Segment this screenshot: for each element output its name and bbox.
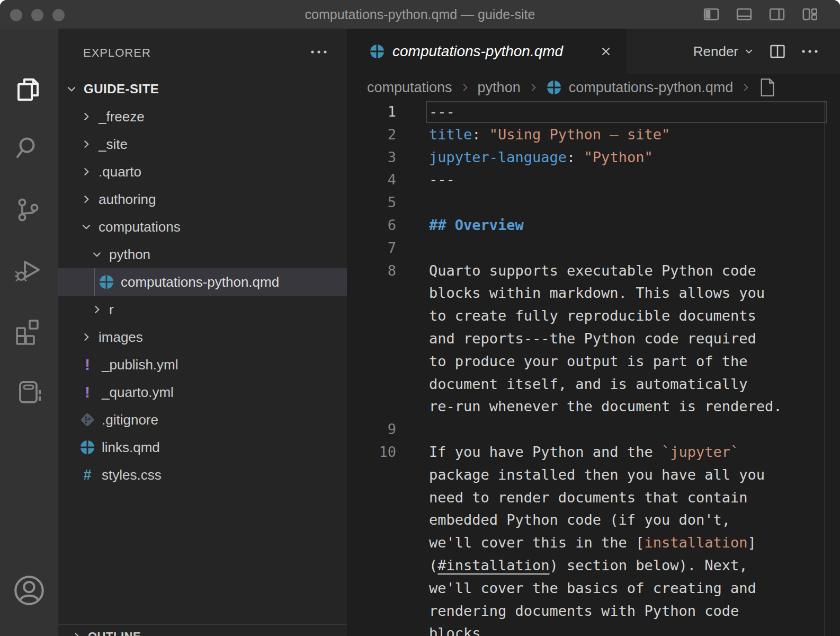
code-line-text: package installed then you have all you	[429, 464, 765, 487]
extensions-icon[interactable]	[13, 317, 43, 347]
tree-folder-computations[interactable]: computations	[58, 213, 347, 241]
chevron-right-icon	[79, 110, 93, 123]
code-line[interactable]: package installed then you have all you	[347, 464, 840, 487]
code-line[interactable]: embedded Python code (if you don't,	[347, 509, 840, 532]
breadcrumb-item[interactable]: computations	[367, 80, 452, 96]
code-line-text: title: "Using Python — site"	[429, 123, 670, 146]
notebook-icon[interactable]	[13, 377, 43, 407]
tree-item-label: r	[109, 302, 114, 318]
sidebar-header: EXPLORER	[58, 29, 347, 75]
line-number: 10	[347, 441, 396, 464]
code-line[interactable]: blocks within markdown. This allows you	[347, 282, 840, 305]
code-line[interactable]: 8Quarto supports executable Python code	[347, 260, 840, 282]
tree-item-label: _quarto.yml	[102, 384, 174, 401]
code-line-text: blocks within markdown. This allows you	[429, 282, 765, 305]
tree-folder--site[interactable]: _site	[58, 130, 347, 158]
code-line-text: If you have Python and the `jupyter`	[429, 441, 739, 464]
tab-bar: computations-python.qmd Render	[347, 29, 840, 74]
title-bar: computations-python.qmd — guide-site	[0, 0, 840, 29]
more-actions-icon[interactable]	[800, 42, 819, 60]
tree-folder--quarto[interactable]: .quarto	[58, 158, 347, 186]
run-debug-icon[interactable]	[13, 255, 43, 285]
code-line[interactable]: we'll cover this in the [installation]	[347, 532, 840, 554]
quarto-file-icon	[99, 274, 114, 290]
chevron-right-icon	[70, 630, 84, 636]
code-line[interactable]: 4---	[347, 169, 840, 191]
breadcrumbs: computationspythoncomputations-python.qm…	[347, 74, 840, 101]
activity-bar	[0, 29, 58, 636]
code-line-text: (#installation) section below). Next,	[429, 554, 747, 577]
breadcrumb-item[interactable]: computations-python.qmd	[569, 80, 734, 96]
code-line[interactable]: document itself, and is automatically	[347, 373, 840, 396]
tree-file--quarto-yml[interactable]: !_quarto.yml	[58, 378, 347, 406]
settings-gear-icon[interactable]	[13, 633, 43, 636]
source-control-icon[interactable]	[13, 195, 43, 225]
tree-item-label: styles.css	[102, 467, 162, 483]
code-line[interactable]: 7	[347, 237, 840, 260]
code-line[interactable]: 6## Overview	[347, 214, 840, 237]
outline-section[interactable]: OUTLINE	[58, 624, 347, 636]
files-icon[interactable]	[13, 75, 43, 104]
line-number: 4	[347, 169, 396, 191]
code-line[interactable]: 1---	[347, 101, 840, 123]
code-line[interactable]: we'll cover the basics of creating and	[347, 577, 840, 600]
tree-item-label: links.qmd	[102, 439, 160, 456]
tree-folder-authoring[interactable]: authoring	[58, 186, 347, 213]
close-icon[interactable]	[599, 45, 613, 58]
tree-item-label: _site	[99, 136, 128, 153]
code-line[interactable]: (#installation) section below). Next,	[347, 554, 840, 577]
code-line[interactable]: 5	[347, 191, 840, 214]
toggle-primary-sidebar-icon[interactable]	[702, 5, 720, 23]
search-icon[interactable]	[13, 133, 43, 163]
tree-folder-guide-site[interactable]: GUIDE-SITE	[58, 75, 347, 103]
tree-file-computations-python-qmd[interactable]: computations-python.qmd	[58, 268, 347, 296]
tree-folder-python[interactable]: python	[58, 241, 347, 268]
toggle-panel-icon[interactable]	[735, 5, 753, 23]
toggle-secondary-sidebar-icon[interactable]	[768, 5, 786, 23]
code-line-text: and reports---the Python code required	[429, 328, 756, 350]
more-actions-icon[interactable]	[308, 42, 329, 61]
tree-item-label: .quarto	[99, 164, 141, 180]
code-line[interactable]: 10If you have Python and the `jupyter`	[347, 441, 840, 464]
tree-item-label: computations-python.qmd	[121, 274, 279, 290]
breadcrumb-item[interactable]: python	[478, 80, 521, 96]
code-line[interactable]: and reports---the Python code required	[347, 328, 840, 350]
code-line[interactable]: to produce your output is part of the	[347, 350, 840, 373]
code-line[interactable]: rendering documents with Python code	[347, 600, 840, 623]
line-number: 1	[347, 101, 396, 123]
line-number: 3	[347, 146, 396, 169]
tree-file--gitignore[interactable]: .gitignore	[58, 406, 347, 434]
code-line-text: ## Overview	[429, 214, 524, 237]
code-line[interactable]: need to render documents that contain	[347, 487, 840, 509]
code-line[interactable]: 3jupyter-language: "Python"	[347, 146, 840, 169]
tree-folder--freeze[interactable]: _freeze	[58, 103, 347, 130]
chevron-right-icon	[79, 330, 93, 344]
chevron-down-icon	[90, 248, 104, 261]
tree-folder-images[interactable]: images	[58, 323, 347, 351]
customize-layout-icon[interactable]	[801, 5, 819, 23]
code-line-text: need to render documents that contain	[429, 487, 747, 509]
code-line-text: Quarto supports executable Python code	[429, 260, 756, 282]
tab-computations-python[interactable]: computations-python.qmd	[347, 29, 627, 74]
render-button[interactable]: Render	[693, 43, 755, 60]
screenshot-root: computations-python.qmd — guide-site	[0, 0, 840, 636]
code-line[interactable]: blocks.	[347, 622, 840, 636]
line-number: 9	[347, 418, 396, 441]
code-line[interactable]: 9	[347, 418, 840, 441]
editor-actions: Render	[693, 29, 819, 74]
code-line[interactable]: to create fully reproducible documents	[347, 305, 840, 328]
tree-file--publish-yml[interactable]: !_publish.yml	[58, 351, 347, 378]
line-number: 2	[347, 123, 396, 146]
tree-file-links-qmd[interactable]: links.qmd	[58, 434, 347, 461]
code-line[interactable]: 2title: "Using Python — site"	[347, 123, 840, 146]
code-line-text: embedded Python code (if you don't,	[429, 509, 730, 532]
split-editor-icon[interactable]	[768, 42, 787, 60]
tree-item-label: _freeze	[99, 109, 145, 125]
tree-file-styles-css[interactable]: #styles.css	[58, 461, 347, 489]
tree-folder-r[interactable]: r	[58, 296, 347, 323]
code-line[interactable]: re-run whenever the document is rendered…	[347, 395, 840, 418]
file-symbol-icon	[758, 77, 776, 98]
code-line-text: blocks.	[429, 622, 489, 636]
account-icon[interactable]	[13, 575, 43, 604]
explorer-sidebar: EXPLORER GUIDE-SITE_freeze_site.quartoau…	[58, 29, 347, 636]
